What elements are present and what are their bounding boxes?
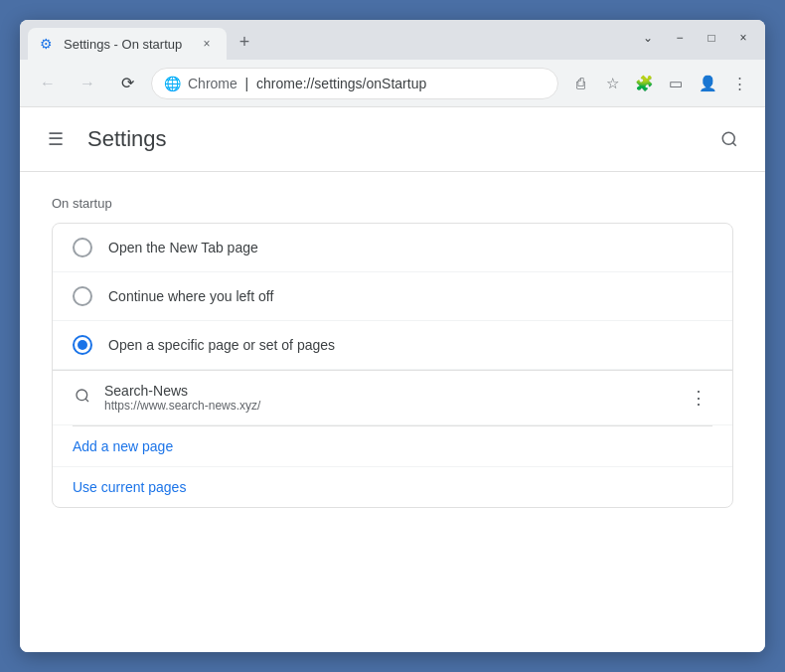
radio-option-specific[interactable]: Open a specific page or set of pages xyxy=(53,321,732,370)
settings-page-title: Settings xyxy=(87,126,698,152)
address-bar[interactable]: 🌐 Chrome | chrome://settings/onStartup xyxy=(151,68,558,99)
pages-section: Search-News https://www.search-news.xyz/… xyxy=(53,370,732,507)
page-url: https://www.search-news.xyz/ xyxy=(104,399,673,413)
page-entry: Search-News https://www.search-news.xyz/… xyxy=(53,371,732,425)
add-new-page-link[interactable]: Add a new page xyxy=(53,426,732,467)
page-search-icon xyxy=(73,388,92,408)
radio-circle-new-tab xyxy=(73,238,92,257)
tab-close-button[interactable]: × xyxy=(199,36,215,52)
extensions-button[interactable]: 🧩 xyxy=(630,70,658,97)
chrome-menu-button[interactable]: ⋮ xyxy=(725,70,753,97)
toolbar-icons: ⎙ ☆ 🧩 ▭ 👤 ⋮ xyxy=(566,70,753,97)
radio-label-new-tab: Open the New Tab page xyxy=(108,240,258,255)
page-wrapper: ☰ Settings On startup Open the New Tab xyxy=(20,107,765,652)
reload-button[interactable]: ⟳ xyxy=(111,68,143,99)
navigation-bar: ← → ⟳ 🌐 Chrome | chrome://settings/onSta… xyxy=(20,60,765,107)
radio-option-continue[interactable]: Continue where you left off xyxy=(53,272,732,321)
svg-point-2 xyxy=(77,390,87,401)
radio-circle-continue xyxy=(73,286,92,306)
restore-button[interactable]: ⌄ xyxy=(634,24,662,52)
profile-button[interactable]: 👤 xyxy=(694,70,721,97)
hamburger-button[interactable]: ☰ xyxy=(40,123,72,155)
active-tab[interactable]: ⚙ Settings - On startup × xyxy=(28,28,227,60)
radio-option-new-tab[interactable]: Open the New Tab page xyxy=(53,224,732,272)
use-current-pages-link[interactable]: Use current pages xyxy=(53,467,732,507)
back-button[interactable]: ← xyxy=(32,68,64,99)
radio-label-continue: Continue where you left off xyxy=(108,288,273,304)
address-separator: | xyxy=(241,76,252,91)
window-controls: ⌄ − □ × xyxy=(634,24,757,52)
settings-header: ☰ Settings xyxy=(20,107,765,172)
share-button[interactable]: ⎙ xyxy=(566,70,594,97)
new-tab-button[interactable]: + xyxy=(231,28,258,56)
page-name: Search-News xyxy=(104,383,673,399)
address-brand: Chrome xyxy=(188,76,237,91)
section-label: On startup xyxy=(52,196,733,211)
settings-main: On startup Open the New Tab page Continu… xyxy=(20,172,765,532)
page-menu-button[interactable]: ⋮ xyxy=(685,384,712,412)
title-bar: ⚙ Settings - On startup × + ⌄ − □ × xyxy=(20,20,765,60)
site-icon: 🌐 xyxy=(164,76,180,91)
radio-inner-specific xyxy=(78,340,87,350)
settings-search-button[interactable] xyxy=(713,123,745,155)
svg-line-1 xyxy=(732,142,735,145)
page-info: Search-News https://www.search-news.xyz/ xyxy=(104,383,673,413)
forward-button[interactable]: → xyxy=(72,68,103,99)
tab-favicon: ⚙ xyxy=(40,36,56,52)
radio-circle-specific xyxy=(73,335,92,355)
address-text: Chrome | chrome://settings/onStartup xyxy=(188,76,546,91)
svg-line-3 xyxy=(85,399,88,402)
maximize-button[interactable]: □ xyxy=(698,24,725,52)
radio-label-specific: Open a specific page or set of pages xyxy=(108,337,335,353)
page-content: ☰ Settings On startup Open the New Tab xyxy=(20,107,765,532)
bookmark-button[interactable]: ☆ xyxy=(598,70,626,97)
tab-title: Settings - On startup xyxy=(64,37,191,52)
svg-point-0 xyxy=(722,132,734,144)
startup-options-card: Open the New Tab page Continue where you… xyxy=(52,223,733,508)
minimize-button[interactable]: − xyxy=(666,24,694,52)
sidebar-button[interactable]: ▭ xyxy=(662,70,690,97)
address-path: chrome://settings/onStartup xyxy=(256,76,426,91)
close-button[interactable]: × xyxy=(729,24,757,52)
